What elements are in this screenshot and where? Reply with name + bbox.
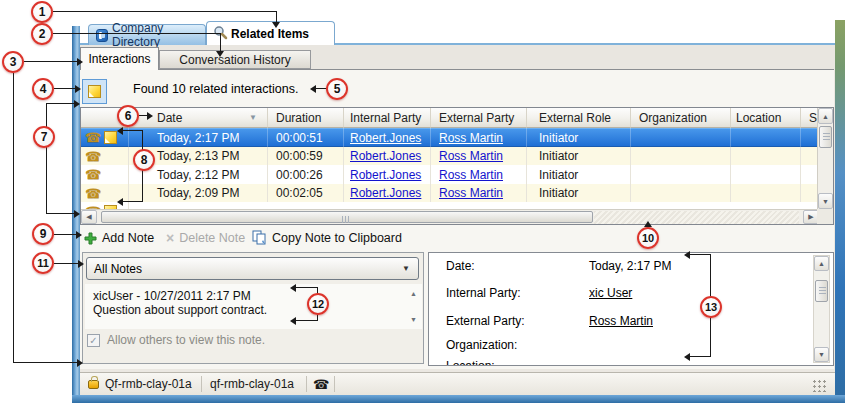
internal-party-link[interactable]: xic User: [589, 286, 632, 300]
vertical-scroll-thumb[interactable]: [819, 126, 832, 148]
phone-icon: ☎: [85, 150, 101, 163]
column-header-duration[interactable]: Duration: [268, 108, 344, 128]
phone-status-icon: ☎: [313, 377, 329, 392]
subtab-interactions[interactable]: Interactions: [80, 47, 159, 70]
cell-external-role: Initiator: [527, 184, 631, 202]
internal-party-link[interactable]: Robert.Jones: [350, 149, 421, 163]
callout-line-13: [690, 254, 710, 255]
cell-location: [731, 147, 801, 165]
callout-line-3: [13, 73, 14, 363]
status-separator: [334, 376, 335, 392]
cell-external-role: Initiator: [527, 128, 631, 147]
external-party-link[interactable]: Ross Martin: [439, 168, 503, 182]
interaction-row[interactable]: ☎: [81, 202, 819, 209]
callout-2: 2: [31, 23, 53, 45]
status-bar: Qf-rmb-clay-01a qf-rmb-clay-01a ☎: [80, 372, 835, 395]
callout-10: 10: [637, 227, 659, 249]
callout-arrow-2: [216, 51, 224, 57]
lock-icon: [88, 380, 99, 389]
interaction-row[interactable]: ☎ Today, 2:09 PM 00:02:05 Robert.Jones R…: [81, 184, 819, 202]
resize-grip[interactable]: [812, 379, 827, 392]
external-party-link[interactable]: Ross Martin: [439, 149, 503, 163]
field-label-internal-party: Internal Party:: [446, 286, 521, 300]
copy-note-button[interactable]: Copy Note to Clipboard: [252, 230, 402, 245]
details-vertical-scrollbar[interactable]: ▲ ▼: [813, 255, 830, 363]
internal-party-link[interactable]: Robert.Jones: [350, 168, 421, 182]
external-party-link[interactable]: Ross Martin: [439, 186, 503, 200]
scroll-up-button[interactable]: ▲: [818, 108, 833, 124]
column-header-organization[interactable]: Organization: [631, 108, 731, 128]
scroll-down-button[interactable]: ▼: [818, 193, 833, 209]
allow-view-checkbox-row: ✓ Allow others to view this note.: [87, 333, 265, 347]
callout-4: 4: [32, 78, 54, 100]
copy-note-label: Copy Note to Clipboard: [272, 231, 402, 245]
cell-date: Today, 2:09 PM: [129, 184, 268, 202]
horizontal-scroll-thumb[interactable]: [101, 211, 593, 223]
callout-line-4: [54, 88, 75, 89]
cell-organization: [631, 147, 731, 165]
callout-5: 5: [326, 78, 348, 100]
cell-duration: 00:00:59: [268, 147, 344, 165]
callout-line-8: [123, 130, 142, 131]
callout-1: 1: [31, 1, 53, 23]
interaction-row[interactable]: ☎ Today, 2:17 PM 00:00:51 Robert.Jones R…: [81, 128, 819, 147]
column-header-location[interactable]: Location: [731, 108, 801, 128]
note-filter-button[interactable]: [82, 79, 107, 104]
subtab-conversation-history[interactable]: Conversation History: [159, 50, 311, 69]
callout-arrow-8: [117, 198, 123, 206]
callout-arrow-3: [77, 58, 83, 66]
note-list[interactable]: xicUser - 10/27/2011 2:17 PM Question ab…: [85, 284, 422, 329]
field-value-date: Today, 2:17 PM: [589, 259, 672, 273]
cell-organization: [631, 184, 731, 202]
notes-filter-value: All Notes: [94, 262, 142, 276]
callout-arrow-3: [77, 359, 83, 367]
vertical-scroll-thumb[interactable]: [815, 280, 828, 302]
scroll-track[interactable]: [594, 211, 799, 224]
field-label-location: Location:: [446, 359, 495, 366]
table-horizontal-scrollbar[interactable]: ◀ ▶: [81, 209, 819, 224]
tab-related-items[interactable]: Related Items: [206, 21, 335, 45]
scroll-left-button[interactable]: ◀: [81, 210, 97, 224]
notes-panel: All Notes ▼ xicUser - 10/27/2011 2:17 PM…: [82, 252, 424, 364]
internal-party-link[interactable]: Robert.Jones: [350, 131, 421, 145]
delete-note-label: Delete Note: [179, 231, 245, 245]
column-header-internal-party[interactable]: Internal Party: [344, 108, 431, 128]
callout-arrow-13: [684, 251, 690, 259]
notes-filter-dropdown[interactable]: All Notes ▼: [86, 257, 419, 280]
callout-13: 13: [700, 296, 722, 318]
callout-line-12: [296, 287, 317, 288]
column-header-external-role[interactable]: External Role: [527, 108, 631, 128]
scrollbar-corner: [817, 209, 833, 224]
callout-6: 6: [117, 105, 139, 127]
interaction-row[interactable]: ☎ Today, 2:13 PM 00:00:59 Robert.Jones R…: [81, 147, 819, 165]
add-note-button[interactable]: Add Note: [84, 231, 154, 245]
thumb-grip: [819, 287, 826, 295]
callout-line-12: [296, 320, 317, 321]
column-header-external-party[interactable]: External Party: [431, 108, 527, 128]
note-icon: [104, 131, 117, 144]
external-party-link[interactable]: Ross Martin: [439, 131, 503, 145]
allow-view-checkbox[interactable]: ✓: [87, 334, 100, 347]
internal-party-link[interactable]: Robert.Jones: [350, 186, 421, 200]
interaction-row[interactable]: ☎ Today, 2:12 PM 00:00:26 Robert.Jones R…: [81, 165, 819, 184]
external-party-link[interactable]: Ross Martin: [589, 314, 653, 328]
field-label-organization: Organization:: [446, 338, 517, 352]
delete-note-button[interactable]: × Delete Note: [166, 231, 245, 245]
cell-organization: [631, 128, 731, 147]
cell-external-role: Initiator: [527, 147, 631, 165]
scroll-up-button[interactable]: ▲: [814, 256, 829, 271]
callout-arrow-6: [147, 112, 153, 120]
table-main: Date ▼ Duration Internal Party External …: [81, 108, 819, 209]
note-scroll-up-button[interactable]: ▲: [410, 290, 417, 298]
callout-arrow-11: [78, 260, 84, 268]
scroll-down-button[interactable]: ▼: [814, 347, 829, 362]
note-scroll-down-button[interactable]: ▼: [410, 316, 417, 324]
callout-arrow-7: [74, 100, 80, 108]
tab-company-directory[interactable]: Company Directory: [88, 24, 206, 45]
callout-8: 8: [133, 149, 155, 171]
add-note-label: Add Note: [102, 231, 154, 245]
thumb-grip: [342, 216, 351, 223]
table-header-row: Date ▼ Duration Internal Party External …: [81, 108, 819, 128]
status-separator: [201, 376, 202, 392]
table-vertical-scrollbar[interactable]: ▲ ▼: [817, 108, 833, 209]
